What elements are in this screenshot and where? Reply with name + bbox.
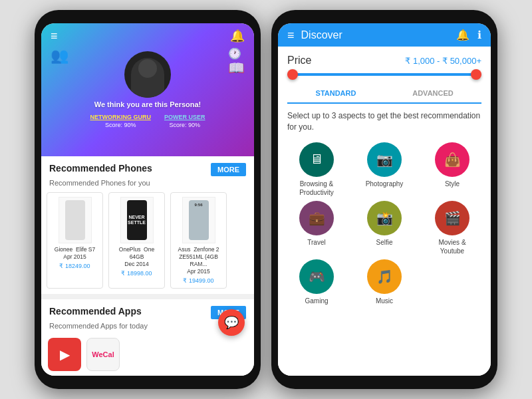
aspect-browsing[interactable]: 🖥 Browsing &Productivity	[285, 142, 348, 197]
persona-icons-left: 👥	[51, 47, 68, 65]
price-range: ₹ 1,000 - ₹ 50,000+	[405, 56, 481, 66]
phones-row: Gionee Elife S7Apr 2015 ₹ 18249.00 NEVER…	[41, 192, 254, 294]
right-content: Price ₹ 1,000 - ₹ 50,000+ STANDARD ADVAN…	[278, 47, 491, 376]
slider-thumb-left[interactable]	[287, 69, 298, 80]
aspect-label-travel: Travel	[307, 238, 325, 247]
phone-price-1: ₹ 18249.00	[51, 263, 98, 269]
aspect-circle-browsing: 🖥	[299, 142, 334, 177]
phone-name-3: Asus Zenfone 2ZE551ML (4GB RAM...Apr 201…	[175, 246, 222, 275]
persona2: POWER USER Score: 90%	[164, 110, 205, 128]
selfie-icon: 📸	[376, 210, 393, 226]
right-bell-icon[interactable]: 🔔	[456, 29, 469, 41]
aspect-label-gaming: Gaming	[305, 297, 328, 305]
aspect-label-selfie: Selfie	[376, 238, 392, 247]
aspect-label-movies: Movies &Youtube	[438, 238, 466, 255]
phone-img-1	[59, 197, 92, 243]
aspect-photography[interactable]: 📷 Photography	[352, 142, 416, 197]
left-header: ≡ 🔔 👥 🕐 📖 We think you are this Pers	[41, 23, 254, 156]
aspect-circle-style: 👜	[435, 142, 469, 177]
avatar-head	[138, 59, 157, 78]
phone-name-2: OnePlus One 64GBDec 2014	[113, 246, 160, 268]
persona2-score: Score: 90%	[164, 122, 205, 128]
bell-icon[interactable]: 🔔	[230, 29, 245, 43]
browsing-icon: 🖥	[310, 152, 323, 167]
photography-icon: 📷	[376, 152, 393, 168]
travel-icon: 💼	[309, 210, 325, 226]
right-info-icon[interactable]: ℹ	[477, 29, 481, 41]
phones-subtitle: Recommended Phones for you	[41, 179, 254, 192]
persona1-label: NETWORKING GURU	[90, 114, 151, 120]
fab-button[interactable]: 💬	[218, 309, 245, 336]
price-section: Price ₹ 1,000 - ₹ 50,000+	[278, 47, 491, 84]
style-icon: 👜	[444, 152, 461, 168]
apps-row: ▶ WeCal	[41, 335, 254, 374]
persona-avatar	[124, 51, 171, 98]
phone-card-3[interactable]: 9:56 Asus Zenfone 2ZE551ML (4GB RAM...Ap…	[170, 192, 227, 289]
persona-icons-right: 🕐 📖	[228, 47, 245, 76]
aspects-grid: 🖥 Browsing &Productivity 📷 Photography 👜…	[278, 140, 491, 308]
phone-shape-1	[65, 200, 85, 240]
right-title: Discover	[301, 29, 450, 41]
aspect-label-music: Music	[376, 297, 393, 305]
movies-icon: 🎬	[444, 210, 461, 226]
phones-section-header: Recommended Phones MORE	[41, 156, 254, 179]
phone-shape-2: NEVERSETTLE	[127, 200, 147, 240]
right-header: ≡ Discover 🔔 ℹ	[278, 23, 491, 47]
aspect-style[interactable]: 👜 Style	[420, 142, 484, 197]
aspect-circle-travel: 💼	[299, 201, 334, 235]
aspect-selfie[interactable]: 📸 Selfie	[352, 201, 416, 255]
price-label: Price	[287, 55, 311, 66]
persona-scores: NETWORKING GURU Score: 90% POWER USER Sc…	[90, 110, 205, 128]
phone-img-3: 9:56	[182, 197, 215, 243]
price-slider[interactable]	[287, 73, 481, 76]
phones-more-button[interactable]: MORE	[211, 163, 246, 176]
aspect-music[interactable]: 🎵 Music	[352, 259, 416, 305]
left-content: Recommended Phones MORE Recommended Phon…	[41, 156, 254, 376]
phone-card-2[interactable]: NEVERSETTLE OnePlus One 64GBDec 2014 ₹ 1…	[108, 192, 165, 289]
left-phone: ≡ 🔔 👥 🕐 📖 We think you are this Pers	[35, 10, 261, 389]
phone-price-2: ₹ 18998.00	[113, 270, 160, 277]
price-row: Price ₹ 1,000 - ₹ 50,000+	[287, 55, 481, 66]
persona1: NETWORKING GURU Score: 90%	[90, 110, 151, 128]
persona1-score: Score: 90%	[90, 122, 151, 128]
select-instruction: Select up to 3 aspects to get the best r…	[278, 110, 491, 140]
phone-card-1[interactable]: Gionee Elife S7Apr 2015 ₹ 18249.00	[47, 192, 103, 289]
aspect-circle-photography: 📷	[367, 142, 402, 177]
hamburger-icon[interactable]: ≡	[51, 30, 58, 42]
aspect-gaming[interactable]: 🎮 Gaming	[285, 259, 348, 305]
slider-thumb-right[interactable]	[471, 69, 481, 80]
phone-shape-3: 9:56	[189, 200, 209, 240]
apps-title: Recommended Apps	[49, 306, 142, 317]
gaming-icon: 🎮	[309, 269, 325, 285]
tabs-row: STANDARD ADVANCED	[287, 84, 481, 104]
tab-standard[interactable]: STANDARD	[287, 84, 384, 104]
aspect-movies[interactable]: 🎬 Movies &Youtube	[420, 201, 484, 255]
phones-title: Recommended Phones	[49, 163, 152, 174]
tab-advanced[interactable]: ADVANCED	[384, 84, 481, 102]
section-divider	[41, 294, 254, 299]
persona2-label: POWER USER	[164, 114, 205, 120]
network-guru-icon: 👥	[51, 47, 68, 65]
aspect-circle-gaming: 🎮	[299, 259, 334, 294]
aspect-label-photography: Photography	[366, 180, 404, 188]
aspect-circle-music: 🎵	[367, 259, 402, 294]
aspect-travel[interactable]: 💼 Travel	[285, 201, 348, 255]
clock-icon: 🕐	[228, 48, 241, 59]
phone-price-3: ₹ 19499.00	[175, 277, 222, 284]
slider-fill	[287, 73, 481, 76]
left-top-bar: ≡ 🔔	[41, 23, 254, 49]
app-icon-2[interactable]: WeCal	[86, 338, 120, 371]
aspect-circle-selfie: 📸	[367, 201, 402, 235]
phone-name-1: Gionee Elife S7Apr 2015	[51, 246, 98, 261]
persona-area: We think you are this Persona! NETWORKIN…	[41, 49, 254, 128]
app-icon-1[interactable]: ▶	[48, 338, 81, 371]
avatar-silhouette	[131, 58, 164, 98]
right-hamburger-icon[interactable]: ≡	[287, 29, 295, 41]
reading-icon: 📖	[228, 61, 245, 75]
aspect-circle-movies: 🎬	[435, 201, 469, 235]
aspect-label-browsing: Browsing &Productivity	[299, 180, 334, 197]
persona-headline: We think you are this Persona!	[94, 100, 201, 108]
phone-img-2: NEVERSETTLE	[120, 197, 154, 243]
aspect-label-style: Style	[445, 180, 460, 188]
right-phone: ≡ Discover 🔔 ℹ Price ₹ 1,000 - ₹ 50,000+	[271, 10, 497, 389]
